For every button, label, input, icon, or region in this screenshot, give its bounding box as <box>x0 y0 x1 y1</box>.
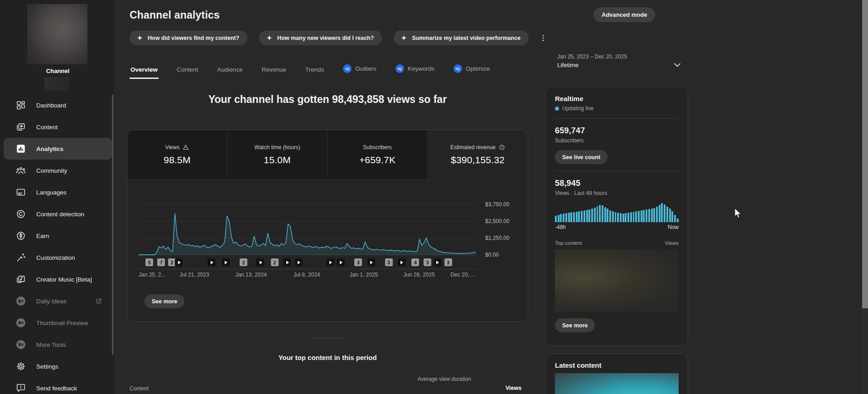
metric-tabs: Views98.5MWatch time (hours)15.0MSubscri… <box>127 130 528 180</box>
kebab-menu-icon[interactable] <box>537 32 549 44</box>
realtime-bar <box>597 206 598 222</box>
table-header-avg-view-duration[interactable]: Average view duration <box>417 375 471 383</box>
tab-content[interactable]: Content <box>176 62 199 79</box>
sidebar-item-label: Send feedback <box>36 385 77 392</box>
window-scrollbar-thumb[interactable] <box>862 0 868 308</box>
suggestion-chip-summarize-my-latest-video-performance[interactable]: Summarize my latest video performance <box>394 30 529 45</box>
sidebar-item-earn[interactable]: Earn <box>0 225 116 247</box>
tab-trends[interactable]: Trends <box>304 62 325 79</box>
sidebar-item-content[interactable]: Content <box>0 116 116 138</box>
realtime-bar <box>615 212 617 222</box>
sidebar-item-send-feedback[interactable]: Send feedback <box>0 377 116 394</box>
sidebar-item-analytics[interactable]: Analytics <box>4 138 112 160</box>
timeline-badge-video[interactable] <box>207 258 215 266</box>
sidebar-item-creator-music-beta[interactable]: Creator Music [Beta] <box>0 268 116 290</box>
timeline-badge-video[interactable] <box>222 258 230 266</box>
timeline-badge-2[interactable]: 2 <box>271 258 279 266</box>
realtime-bar <box>633 212 635 222</box>
x-axis-tick-label: Jun 26, 2025 <box>403 272 434 278</box>
date-preset-text: Lifetime <box>557 62 627 68</box>
iq-badge-icon: iQ <box>395 64 404 73</box>
timeline-badge-3[interactable]: 3 <box>444 258 452 266</box>
sidebar-item-thumbnail-preview[interactable]: Thumbnail Preview <box>0 312 116 334</box>
revenue-line-chart-svg[interactable] <box>139 180 476 257</box>
sidebar-nav: DashboardContentAnalyticsCommunityLangua… <box>0 94 116 394</box>
analytics-icon <box>16 144 26 154</box>
sparkle-icon <box>136 34 143 41</box>
realtime-bar <box>627 213 629 222</box>
customization-icon <box>16 253 26 263</box>
live-status-text: Updating live <box>562 105 593 112</box>
tab-optimize[interactable]: iQOptimize <box>453 60 491 79</box>
timeline-badge-video[interactable] <box>283 258 291 266</box>
timeline-badge-video[interactable] <box>398 258 405 266</box>
tab-overview[interactable]: Overview <box>130 62 159 79</box>
metric-card-watch-time-hours[interactable]: Watch time (hours)15.0M <box>227 130 328 179</box>
top-content-thumbnail-blurred[interactable] <box>555 249 679 312</box>
timeline-badge-video[interactable] <box>295 258 303 266</box>
channel-avatar[interactable] <box>27 4 87 64</box>
metric-card-views[interactable]: Views98.5M <box>127 130 227 179</box>
realtime-bar <box>609 210 611 222</box>
timeline-badge-video[interactable] <box>256 258 264 266</box>
see-more-button[interactable]: See more <box>145 294 184 308</box>
metric-label-text: Subscribers <box>363 144 391 151</box>
suggestion-chips: How did viewers find my content?How many… <box>130 30 529 45</box>
timeline-badge-3[interactable]: 3 <box>424 258 431 266</box>
metric-card-estimated-revenue[interactable]: Estimated revenue$390,155.32 <box>428 130 528 179</box>
window-scrollbar[interactable] <box>862 0 868 394</box>
timeline-badge-3[interactable]: 3 <box>354 258 362 266</box>
advanced-mode-button[interactable]: Advanced mode <box>593 7 655 22</box>
play-icon <box>298 261 300 264</box>
timeline-badge-5[interactable]: 5 <box>145 258 153 266</box>
timeline-badge-2[interactable]: 2 <box>240 258 247 266</box>
sidebar-item-customization[interactable]: Customization <box>0 247 116 268</box>
table-header-content[interactable]: Content <box>130 385 149 392</box>
x-axis-line <box>139 269 476 269</box>
sidebar-item-languages[interactable]: Languages <box>0 181 116 203</box>
sidebar-scrollbar[interactable] <box>112 94 114 355</box>
realtime-bar-chart[interactable] <box>555 203 679 222</box>
sidebar-item-label: Content <box>36 124 58 131</box>
sidebar-item-community[interactable]: Community <box>0 160 116 181</box>
timeline-badge-video[interactable] <box>434 258 441 266</box>
sidebar-item-more-tools[interactable]: More Tools <box>0 334 116 355</box>
realtime-see-more-button[interactable]: See more <box>555 318 595 332</box>
realtime-bar <box>558 215 559 222</box>
chip-label: Summarize my latest video performance <box>412 35 521 41</box>
realtime-bar <box>643 210 645 222</box>
timeline-badge-4[interactable]: 4 <box>411 258 419 266</box>
tab-audience[interactable]: Audience <box>216 62 243 79</box>
sidebar-item-label: Analytics <box>36 146 63 152</box>
suggestion-chip-how-many-new-viewers-did-i-reach[interactable]: How many new viewers did I reach? <box>259 30 382 45</box>
metric-value: +659.7K <box>359 155 395 165</box>
suggestion-chip-how-did-viewers-find-my-content[interactable]: How did viewers find my content? <box>130 30 247 45</box>
timeline-badge-7[interactable]: 7 <box>157 258 165 266</box>
timeline-badge-video[interactable] <box>337 258 345 266</box>
metric-card-subscribers[interactable]: Subscribers+659.7K <box>328 130 428 179</box>
realtime-bar <box>599 205 601 222</box>
realtime-bar <box>671 211 673 222</box>
play-icon <box>340 261 342 264</box>
play-icon <box>225 261 227 264</box>
timeline-badge-video[interactable] <box>175 258 183 266</box>
chevron-down-icon[interactable] <box>672 60 682 70</box>
latest-video-thumbnail-blurred[interactable] <box>555 373 679 394</box>
sidebar-item-daily-ideas[interactable]: Daily Ideas <box>0 290 116 312</box>
tab-revenue[interactable]: Revenue <box>261 62 287 79</box>
sidebar-item-dashboard[interactable]: Dashboard <box>0 94 116 116</box>
tab-outliers[interactable]: iQOutliers <box>342 60 377 79</box>
x-axis-tick <box>194 269 195 271</box>
see-live-count-button[interactable]: See live count <box>555 150 608 164</box>
table-header-views[interactable]: Views <box>506 385 521 391</box>
timeline-badge-3[interactable]: 3 <box>385 258 393 266</box>
realtime-axis: -48h Now <box>555 224 679 230</box>
timeline-badge-video[interactable] <box>327 258 334 266</box>
sidebar-item-settings[interactable]: Settings <box>0 355 116 377</box>
realtime-bar <box>594 208 596 222</box>
sidebar-item-content-detection[interactable]: Content detection <box>0 203 116 225</box>
warning-icon <box>183 144 189 151</box>
timeline-badge-video[interactable] <box>367 258 375 266</box>
tab-keywords[interactable]: iQKeywords <box>395 60 435 79</box>
date-range-picker[interactable]: Jan 25, 2023 – Dec 20, 2025 Lifetime <box>557 54 627 68</box>
